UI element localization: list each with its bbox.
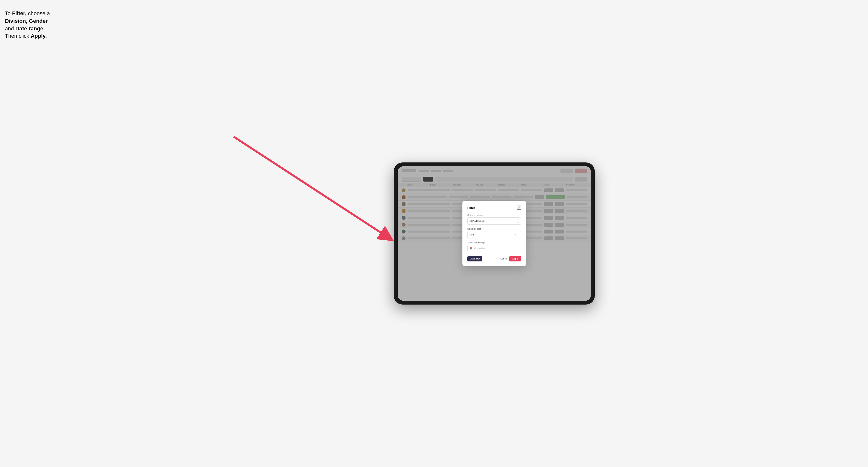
division-select[interactable]: NCAA Division I × ⌃⌄ (467, 217, 521, 225)
gender-arrow-icon: ⌃⌄ (517, 232, 519, 237)
modal-close-button[interactable]: × (517, 206, 521, 210)
svg-line-1 (234, 137, 387, 237)
instruction-then: Then click Apply. (5, 33, 47, 39)
division-label: Select a division (467, 214, 521, 216)
division-clear-icon[interactable]: × (515, 220, 516, 222)
page-wrapper: To Filter, choose a Division, Gender and… (0, 0, 868, 467)
division-arrow-icon: ⌃⌄ (517, 219, 519, 223)
instruction-filter-bold: Filter, (12, 10, 27, 17)
division-select-controls: × ⌃⌄ (515, 219, 519, 223)
apply-button[interactable]: Apply (509, 256, 521, 261)
filter-modal: Filter × Select a division NCAA Division… (462, 201, 526, 266)
division-selected-value: NCAA Division I (469, 220, 515, 222)
modal-footer: Clear filter Cancel Apply (467, 256, 521, 261)
instruction-apply-bold: Apply. (31, 33, 47, 39)
modal-header: Filter × (467, 206, 521, 210)
gender-clear-icon[interactable]: × (515, 234, 516, 236)
modal-title: Filter (467, 206, 475, 210)
date-label: Select Date range (467, 241, 521, 244)
gender-select[interactable]: Men × ⌃⌄ (467, 231, 521, 239)
cancel-button[interactable]: Cancel (500, 257, 507, 260)
calendar-icon: 📅 (469, 247, 472, 250)
instruction-division-gender-bold: Division, Gender (5, 18, 48, 24)
date-form-group: Select Date range 📅 Pick a date (467, 241, 521, 252)
tablet-screen: Name Position Date Start Date End Locati… (398, 166, 591, 301)
instruction-line1: To Filter, choose a (5, 10, 50, 17)
instruction-and: and Date range. (5, 26, 45, 32)
instruction-text: To Filter, choose a Division, Gender and… (5, 10, 50, 40)
instruction-date-bold: Date range. (16, 26, 45, 32)
date-placeholder: Pick a date (474, 247, 485, 250)
gender-form-group: Select gender Men × ⌃⌄ (467, 228, 521, 239)
gender-label: Select gender (467, 228, 521, 230)
tablet-frame: Name Position Date Start Date End Locati… (394, 162, 595, 305)
gender-select-controls: × ⌃⌄ (515, 232, 519, 237)
clear-filter-button[interactable]: Clear filter (467, 256, 482, 261)
modal-overlay: Filter × Select a division NCAA Division… (398, 166, 591, 301)
date-picker[interactable]: 📅 Pick a date (467, 245, 521, 252)
division-form-group: Select a division NCAA Division I × ⌃⌄ (467, 214, 521, 225)
modal-footer-right: Cancel Apply (500, 256, 521, 261)
gender-selected-value: Men (469, 234, 515, 236)
